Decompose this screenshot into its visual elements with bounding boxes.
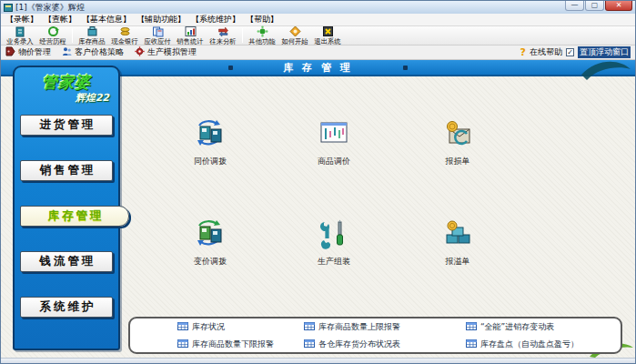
link-stock-lower-limit-alert[interactable]: 库存商品数量下限报警 (177, 339, 304, 349)
shortcut-label: 变价调拨 (194, 256, 227, 268)
receivable-payable-icon (152, 25, 164, 37)
toolbar-button-label: 经营历程 (39, 37, 66, 45)
toolbar-button-label: 生产模拟管理 (147, 46, 197, 58)
maximize-button[interactable]: ▢ (585, 1, 604, 11)
help-question-icon: ? (520, 46, 526, 58)
toolbar-button-label: 现金银行 (111, 37, 137, 45)
toolbar-button-business-entry[interactable]: 业务录入 (4, 26, 36, 45)
sidebar-item-inventory[interactable]: 库存管理 (20, 206, 129, 227)
menu-item-basic-info[interactable]: 【基本信息】 (82, 14, 131, 25)
app-icon (4, 3, 13, 12)
sidebar-item-purchase[interactable]: 进货管理 (20, 115, 113, 136)
inventory-goods-icon (86, 25, 98, 37)
toolbar-button-other-functions[interactable]: 其他功能 (246, 26, 278, 45)
loss-report-icon (441, 118, 474, 153)
header-decor-dot (228, 66, 233, 70)
table-icon (177, 322, 188, 332)
shortcut-loss-report[interactable]: 报损单 (412, 118, 503, 167)
link-label: 各仓库存货分布状况表 (318, 339, 400, 349)
sidebar-item-sales[interactable]: 销售管理 (20, 160, 113, 181)
toolbar-button-exit-system[interactable]: 退出系统 (311, 26, 344, 45)
link-inventory-status[interactable]: 库存状况 (177, 321, 304, 332)
gear-icon (135, 46, 145, 58)
menu-item-record[interactable]: 【录帐】 (5, 14, 38, 25)
window-title: [1]《管家婆》辉煌 (15, 2, 85, 14)
link-label: 库存状况 (192, 321, 225, 332)
toolbar-button-dealings-analysis[interactable]: 往来分析 (207, 26, 239, 45)
main-toolbar: 业务录入 经营历程 库存商品 现金银行 应收应付 销售统计 往来分析 (1, 26, 635, 46)
link-stock-upper-limit-alert[interactable]: 库存商品数量上限报警 (304, 321, 466, 332)
shortcut-changed-price-transfer[interactable]: 变价调拨 (165, 218, 256, 268)
link-label: 库存盘点（自动盘点盈亏） (480, 339, 579, 349)
shortcut-goods-reprice[interactable]: 商品调价 (288, 118, 379, 167)
menu-item-help[interactable]: 【帮助】 (246, 14, 278, 25)
menu-item-query[interactable]: 【查帐】 (44, 14, 76, 25)
page-title: 库 存 管 理 (283, 61, 353, 75)
window-controls: — ▢ ✕ (565, 1, 632, 11)
toolbar-button-how-to-start[interactable]: 如何开始 (278, 26, 311, 45)
toolbar-button-cash-bank[interactable]: 现金银行 (108, 26, 141, 45)
how-to-start-icon (289, 25, 301, 37)
toolbar-button-label: 销售统计 (177, 37, 203, 45)
other-functions-icon (257, 25, 268, 37)
price-tag-icon (5, 46, 15, 58)
brand-logo-text: 管家婆 (15, 72, 118, 93)
toolbar-button-price-management[interactable]: 物价管理 (5, 46, 51, 58)
brand-logo: 管家婆 辉煌22 (15, 72, 118, 105)
production-assembly-icon (318, 218, 350, 253)
shortcut-area: 同价调拨 商品调价 报损单 变价调拨 生产组装 报溢单 (121, 76, 635, 314)
link-omnipotent-flow-report[interactable]: “全能”进销存变动表 (466, 321, 615, 332)
link-stocktaking[interactable]: 库存盘点（自动盘点盈亏） (466, 339, 615, 349)
table-icon (466, 322, 477, 332)
menu-item-auxiliary-functions[interactable]: 【辅助功能】 (136, 14, 186, 25)
toolbar-button-operation-history[interactable]: 经营历程 (36, 26, 69, 45)
shortcut-production-assembly[interactable]: 生产组装 (288, 218, 379, 268)
shortcut-same-price-transfer[interactable]: 同价调拨 (165, 118, 256, 167)
toolbar-button-sales-statistics[interactable]: 销售统计 (174, 26, 207, 45)
shortcut-label: 生产组装 (318, 256, 350, 268)
close-button[interactable]: ✕ (605, 1, 632, 11)
toolbar-button-label: 其他功能 (248, 37, 275, 45)
cash-bank-icon (119, 25, 131, 37)
menu-item-system-maintenance[interactable]: 【系统维护】 (191, 14, 240, 25)
toolbar-button-production-template-management[interactable]: 生产模拟管理 (135, 46, 197, 58)
goods-reprice-icon (318, 118, 350, 153)
table-icon (466, 339, 477, 349)
minimize-button[interactable]: — (565, 1, 584, 11)
business-entry-icon (15, 25, 26, 37)
toolbar-button-label: 库存商品 (78, 37, 105, 45)
table-icon (304, 339, 315, 349)
sidebar-item-cashflow[interactable]: 钱流管理 (20, 251, 113, 272)
same-price-transfer-icon (194, 118, 227, 153)
operation-history-icon (47, 25, 59, 37)
sales-statistics-icon (185, 25, 197, 37)
link-warehouse-distribution-report[interactable]: 各仓库存货分布状况表 (304, 339, 466, 349)
online-help-link[interactable]: 在线帮助 (530, 46, 562, 58)
sidebar-item-maintenance[interactable]: 系统维护 (20, 297, 113, 318)
table-icon (304, 322, 315, 332)
topmost-checkbox[interactable]: ✓ (566, 48, 574, 56)
changed-price-transfer-icon (194, 218, 227, 253)
sidebar: 管家婆 辉煌22 进货管理 销售管理 库存管理 钱流管理 系统维护 (13, 66, 120, 350)
table-icon (177, 339, 188, 349)
link-label: 库存商品数量上限报警 (318, 321, 400, 332)
shortcut-label: 商品调价 (318, 156, 350, 167)
header-decor-dot (403, 66, 408, 70)
toolbar-button-label: 客户价格策略 (75, 46, 124, 58)
toolbar-button-inventory-goods[interactable]: 库存商品 (76, 26, 108, 45)
decor-swoosh-top-right (580, 56, 632, 82)
toolbar-button-label: 退出系统 (314, 37, 340, 45)
toolbar-button-receivable-payable[interactable]: 应收应付 (141, 26, 174, 45)
toolbar-button-label: 业务录入 (6, 37, 33, 45)
toolbar-button-customer-price-strategy[interactable]: 客户价格策略 (62, 46, 124, 58)
toolbar-separator (72, 28, 73, 43)
toolbar-button-label: 物价管理 (18, 46, 51, 58)
shortcut-label: 同价调拨 (194, 156, 227, 167)
shortcut-overflow-report[interactable]: 报溢单 (412, 218, 503, 268)
link-label: 库存商品数量下限报警 (192, 339, 274, 349)
secondary-toolbar: 物价管理 客户价格策略 生产模拟管理 ? 在线帮助 ✓ 置顶浮动窗口 (1, 46, 635, 60)
overflow-report-icon (441, 218, 474, 253)
shortcut-label: 报损单 (446, 156, 470, 167)
toolbar-separator (242, 28, 243, 43)
status-strip (1, 358, 635, 363)
